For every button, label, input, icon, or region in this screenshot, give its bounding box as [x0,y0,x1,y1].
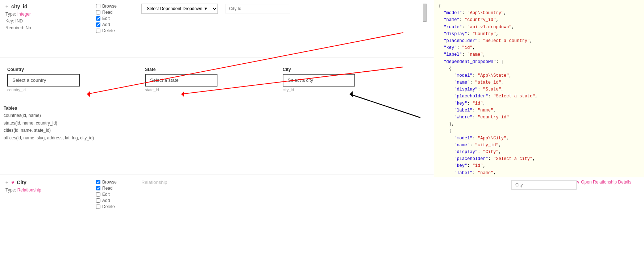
state-field-name: state_id [145,88,217,92]
bottom-drag-handle: + [5,180,8,185]
field-name: + city_id [5,4,92,9]
json-panel: { "model": "App\\Country", "name": "coun… [434,0,644,174]
browse-checkbox[interactable] [96,4,100,8]
add-checkbox[interactable] [96,22,100,27]
edit-label: Edit [102,16,110,21]
field-permissions: Browse Read Edit Add [92,4,136,34]
bottom-read-checkbox[interactable] [96,186,100,190]
bottom-field-info: + ♥ City Type: Relationship [5,180,92,194]
delete-label: Delete [102,28,115,33]
table-entry-3: cities(id, name, state_id) [4,127,430,134]
bottom-field-permissions: Browse Read Edit Add Delete [92,180,136,210]
city-field-name: city_id [283,88,355,92]
bottom-browse-label: Browse [102,180,117,185]
bottom-label-input[interactable] [511,180,577,190]
relationship-placeholder: Relationship [141,180,506,185]
country-dropdown-group: Country Select a country country_id [7,67,80,92]
edit-checkbox[interactable] [96,16,100,21]
state-label: State [145,67,217,72]
dropdown-row: Country Select a country country_id Stat… [4,65,430,94]
city-dropdown-group: City Select a city city_id [283,67,355,92]
add-label: Add [102,22,110,27]
read-checkbox[interactable] [96,10,100,14]
bottom-delete-label: Delete [102,204,115,209]
city-preview-label: City [283,67,355,72]
drag-handle-icon: + [5,4,8,9]
bottom-edit-checkbox[interactable] [96,192,100,197]
dependent-dropdown-select[interactable]: Select Dependent Dropdown ▼ [141,4,218,14]
scrollbar[interactable] [423,4,427,22]
preview-area: Country Select a country country_id Stat… [0,58,434,101]
open-details-link[interactable]: ∨ Open Relationship Details [577,180,631,185]
browse-label: Browse [102,4,117,9]
bottom-add-checkbox[interactable] [96,198,100,203]
bottom-edit-label: Edit [102,192,110,197]
delete-checkbox[interactable] [96,29,100,33]
tables-info: Tables countries(id, name) states(id, na… [0,101,434,143]
table-entry-2: states(id, name, country_id) [4,119,430,127]
bottom-field-meta: Type: Relationship [5,187,92,194]
read-label: Read [102,10,113,15]
field-config: Select Dependent Dropdown ▼ [136,4,421,14]
open-relationship-details[interactable]: ∨ Open Relationship Details [577,180,639,185]
bottom-label-area [511,180,577,190]
table-entry-4: offices(id, name, slug, address, lat, ln… [4,134,430,142]
country-select-box[interactable]: Select a country [7,74,80,87]
country-field-name: country_id [7,88,80,92]
tables-title: Tables [4,105,430,112]
bottom-browse-checkbox[interactable] [96,180,100,184]
state-select-box[interactable]: Select a state [145,74,217,87]
table-entry-1: countries(id, name) [4,112,430,119]
bottom-field-name: + ♥ City [5,180,92,185]
field-label-input[interactable] [225,4,290,13]
bottom-field-config: Relationship [136,180,511,185]
country-label: Country [7,67,80,72]
field-meta: Type: Integer Key: IND Required: No [5,11,92,32]
bottom-read-label: Read [102,186,113,191]
state-dropdown-group: State Select a state state_id [145,67,217,92]
bottom-delete-checkbox[interactable] [96,205,100,209]
city-field-icon: ♥ [11,180,14,185]
bottom-add-label: Add [102,198,110,203]
bottom-field-row: + ♥ City Type: Relationship Browse Read … [0,174,644,218]
city-select-box[interactable]: Select a city [283,74,355,87]
